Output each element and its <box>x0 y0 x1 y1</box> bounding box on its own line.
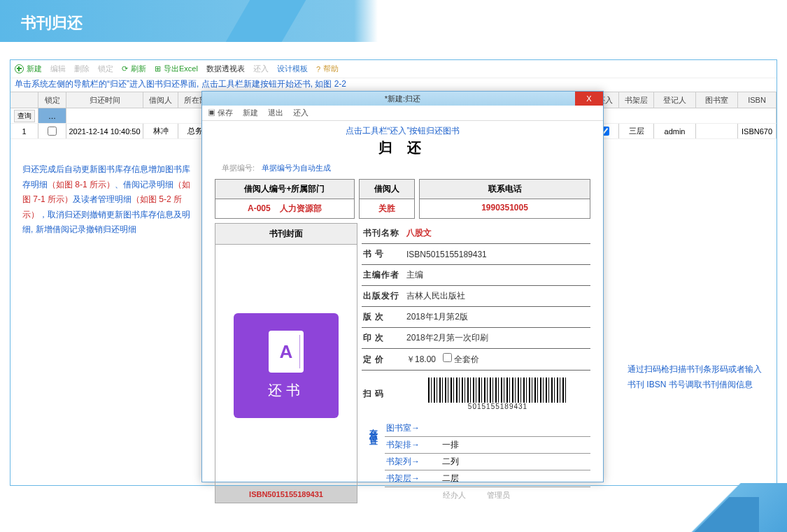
plus-icon <box>15 64 24 73</box>
left-annotation: 归还完成后自动更新图书库存信息增加图书库存明细（如图 8-1 所示）、借阅记录明… <box>20 157 194 243</box>
book-publisher: 吉林人民出版社 <box>406 290 589 302</box>
book-detail-panel: 书刊名称八股文 书 号ISBN5015155189431 主编作者主编 出版发行… <box>362 223 590 503</box>
fullset-checkbox[interactable] <box>443 353 452 362</box>
barcode-icon <box>428 378 568 403</box>
col-lock[interactable]: 锁定 <box>38 92 66 108</box>
form-title: 归 还 <box>215 138 590 157</box>
col-borrower[interactable]: 借阅人 <box>143 92 178 108</box>
row-lock-checkbox[interactable] <box>48 127 57 136</box>
template-button[interactable]: 设计模板 <box>277 64 308 74</box>
modal-toolbar: ▣ 保存 新建 退出 还入 <box>202 106 603 121</box>
operator-row: 经办人管理员 <box>362 487 590 503</box>
lock-button[interactable]: 锁定 <box>98 64 113 74</box>
export-button[interactable]: ⊞ 导出Excel <box>155 64 198 74</box>
modal-new-button[interactable]: 新建 <box>243 108 258 118</box>
isbn-footer: ISBN5015155189431 <box>215 486 357 503</box>
pivot-button[interactable]: 数据透视表 <box>206 64 245 74</box>
right-annotation: 通过扫码枪扫描书刊条形码或者输入书刊 IBSN 书号调取书刊借阅信息 <box>625 357 772 398</box>
book-name: 八股文 <box>406 227 589 239</box>
search-button[interactable]: 查询 <box>14 110 35 122</box>
col-registrar[interactable]: 登记人 <box>654 92 696 108</box>
book-no: ISBN5015155189431 <box>406 250 589 259</box>
header-banner: 书刊归还 <box>0 0 787 42</box>
doc-number: 单据编号:单据编号为自动生成 <box>215 163 590 173</box>
corner-decoration <box>661 483 787 532</box>
help-button[interactable]: ? 帮助 <box>316 64 339 74</box>
col-isbn[interactable]: ISBN <box>738 92 777 108</box>
col-time[interactable]: 归还时间 <box>66 92 143 108</box>
modal-title-text: *新建:归还 <box>385 94 420 104</box>
book-edition: 2018年1月第2版 <box>406 311 589 323</box>
book-author: 主编 <box>406 269 589 281</box>
modal-checkin-button[interactable]: 还入 <box>293 108 309 118</box>
col-floor[interactable]: 书架层 <box>619 92 654 108</box>
book-price: ￥18.00 全套价 <box>406 353 589 366</box>
instruction-text: 单击系统左侧的导航栏的“归还”进入图书归还界面, 点击工具栏新建按钮开始还书, … <box>10 78 777 92</box>
location-panel: 存放位置 图书室→ 书架排→一排 书架列→二列 书架层→二层 <box>362 420 590 487</box>
return-modal: *新建:归还 X ▣ 保存 新建 退出 还入 点击工具栏“还入”按钮归还图书 归… <box>201 91 604 482</box>
book-icon: A <box>269 331 304 373</box>
close-icon[interactable]: X <box>575 92 603 106</box>
modal-save-button[interactable]: ▣ 保存 <box>208 108 233 118</box>
refresh-button[interactable]: ⟳ 刷新 <box>122 64 146 74</box>
barcode: 5015155189431 <box>406 375 589 413</box>
modal-hint: 点击工具栏“还入”按钮归还图书 <box>215 125 590 137</box>
page-title: 书刊归还 <box>0 0 787 34</box>
return-book-card: A 还书 <box>234 313 339 418</box>
book-cover-panel: 书刊封面 A 还书 ISBN5015155189431 <box>215 223 357 503</box>
modal-titlebar[interactable]: *新建:归还 X <box>202 92 603 106</box>
borrower-row: 借阅人编号+所属部门A-005 人力资源部 借阅人关胜 联系电话19903510… <box>215 179 590 219</box>
checkin-button[interactable]: 还入 <box>253 64 269 74</box>
edit-button[interactable]: 编辑 <box>50 64 66 74</box>
modal-exit-button[interactable]: 退出 <box>268 108 283 118</box>
main-toolbar: 新建 编辑 删除 锁定 ⟳ 刷新 ⊞ 导出Excel 数据透视表 还入 设计模板… <box>10 60 777 78</box>
delete-button[interactable]: 删除 <box>74 64 90 74</box>
book-print: 2018年2月第一次印刷 <box>406 332 589 344</box>
col-room[interactable]: 图书室 <box>696 92 738 108</box>
new-button[interactable]: 新建 <box>15 64 42 74</box>
